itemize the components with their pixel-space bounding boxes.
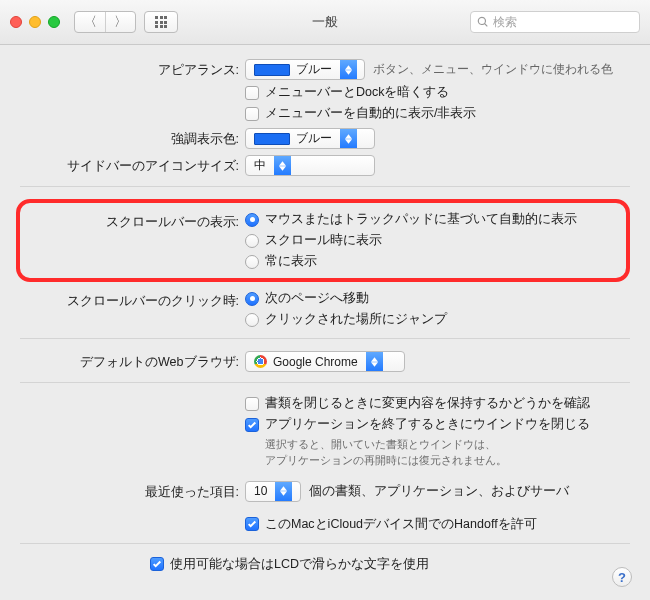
handoff-checkbox[interactable]: このMacとiCloudデバイス間でのHandoffを許可 xyxy=(245,516,630,533)
scrollbar-click-page-radio[interactable]: 次のページへ移動 xyxy=(245,290,630,307)
default-browser-select[interactable]: Google Chrome xyxy=(245,351,405,372)
nav-segmented: 〈 〉 xyxy=(74,11,136,33)
close-windows-note: 選択すると、開いていた書類とウインドウは、 アプリケーションの再開時には復元され… xyxy=(265,437,630,469)
lcd-smoothing-label: 使用可能な場合はLCDで滑らかな文字を使用 xyxy=(170,556,429,573)
scrollbar-show-scrolling-radio[interactable]: スクロール時に表示 xyxy=(245,232,618,249)
zoom-window-button[interactable] xyxy=(48,16,60,28)
stepper-icon xyxy=(366,352,383,371)
radio-icon xyxy=(245,313,259,327)
scrollbar-show-opt1: スクロール時に表示 xyxy=(265,232,382,249)
scrollbar-click-label: スクロールバーのクリック時: xyxy=(20,290,245,310)
scrollbar-click-opt1: クリックされた場所にジャンプ xyxy=(265,311,447,328)
radio-icon xyxy=(245,292,259,306)
forward-button[interactable]: 〉 xyxy=(105,12,135,32)
lcd-smoothing-checkbox[interactable]: 使用可能な場合はLCDで滑らかな文字を使用 xyxy=(150,556,630,573)
stepper-icon xyxy=(275,482,292,501)
sidebar-icon-select[interactable]: 中 xyxy=(245,155,375,176)
radio-icon xyxy=(245,213,259,227)
ask-save-checkbox[interactable]: 書類を閉じるときに変更内容を保持するかどうかを確認 xyxy=(245,395,630,412)
sidebar-icon-value: 中 xyxy=(254,157,266,174)
appearance-hint: ボタン、メニュー、ウインドウに使われる色 xyxy=(373,62,613,77)
sidebar-icon-label: サイドバーのアイコンサイズ: xyxy=(20,155,245,175)
scrollbar-show-always-radio[interactable]: 常に表示 xyxy=(245,253,618,270)
highlight-select[interactable]: ブルー xyxy=(245,128,375,149)
scrollbar-click-jump-radio[interactable]: クリックされた場所にジャンプ xyxy=(245,311,630,328)
ask-save-label: 書類を閉じるときに変更内容を保持するかどうかを確認 xyxy=(265,395,590,412)
close-window-button[interactable] xyxy=(10,16,22,28)
scrollbar-show-opt0: マウスまたはトラックパッドに基づいて自動的に表示 xyxy=(265,211,577,228)
minimize-window-button[interactable] xyxy=(29,16,41,28)
appearance-select[interactable]: ブルー xyxy=(245,59,365,80)
checkbox-icon xyxy=(245,418,259,432)
radio-icon xyxy=(245,255,259,269)
recent-items-suffix: 個の書類、アプリケーション、およびサーバ xyxy=(309,483,569,500)
show-all-prefs-button[interactable] xyxy=(144,11,178,33)
checkbox-icon xyxy=(245,397,259,411)
default-browser-value: Google Chrome xyxy=(273,355,358,369)
content: アピアランス: ブルー ボタン、メニュー、ウインドウに使われる色 メニューバーと… xyxy=(0,45,650,600)
scrollbar-show-auto-radio[interactable]: マウスまたはトラックパッドに基づいて自動的に表示 xyxy=(245,211,618,228)
chrome-icon xyxy=(254,355,267,368)
recent-items-value: 10 xyxy=(254,484,267,498)
checkbox-icon xyxy=(150,557,164,571)
menubar-autohide-checkbox[interactable]: メニューバーを自動的に表示/非表示 xyxy=(245,105,630,122)
grid-icon xyxy=(155,16,167,28)
handoff-label: このMacとiCloudデバイス間でのHandoffを許可 xyxy=(265,516,537,533)
separator xyxy=(20,382,630,383)
search-field-wrap[interactable] xyxy=(470,11,640,33)
window-controls xyxy=(10,16,60,28)
appearance-value: ブルー xyxy=(296,61,332,78)
appearance-label: アピアランス: xyxy=(20,59,245,79)
stepper-icon xyxy=(340,60,357,79)
separator xyxy=(20,543,630,544)
annotation-highlight: スクロールバーの表示: マウスまたはトラックパッドに基づいて自動的に表示 スクロ… xyxy=(16,199,630,282)
blue-swatch-icon xyxy=(254,133,290,145)
separator xyxy=(20,186,630,187)
checkbox-icon xyxy=(245,86,259,100)
recent-items-select[interactable]: 10 xyxy=(245,481,301,502)
default-browser-label: デフォルトのWebブラウザ: xyxy=(20,351,245,371)
help-button[interactable]: ? xyxy=(612,567,632,587)
back-button[interactable]: 〈 xyxy=(75,12,105,32)
highlight-label: 強調表示色: xyxy=(20,128,245,148)
separator xyxy=(20,338,630,339)
checkbox-icon xyxy=(245,107,259,121)
radio-icon xyxy=(245,234,259,248)
search-icon xyxy=(477,16,489,28)
stepper-icon xyxy=(274,156,291,175)
scrollbar-show-opt2: 常に表示 xyxy=(265,253,317,270)
scrollbar-click-opt0: 次のページへ移動 xyxy=(265,290,369,307)
stepper-icon xyxy=(340,129,357,148)
checkbox-icon xyxy=(245,517,259,531)
scrollbar-show-label: スクロールバーの表示: xyxy=(20,211,245,231)
highlight-value: ブルー xyxy=(296,130,332,147)
blue-swatch-icon xyxy=(254,64,290,76)
menubar-dark-label: メニューバーとDockを暗くする xyxy=(265,84,449,101)
recent-items-label: 最近使った項目: xyxy=(20,481,245,501)
menubar-autohide-label: メニューバーを自動的に表示/非表示 xyxy=(265,105,476,122)
menubar-dark-checkbox[interactable]: メニューバーとDockを暗くする xyxy=(245,84,630,101)
close-windows-label: アプリケーションを終了するときにウインドウを閉じる xyxy=(265,416,590,433)
titlebar: 〈 〉 一般 xyxy=(0,0,650,45)
search-input[interactable] xyxy=(493,15,643,29)
close-windows-checkbox[interactable]: アプリケーションを終了するときにウインドウを閉じる xyxy=(245,416,630,433)
